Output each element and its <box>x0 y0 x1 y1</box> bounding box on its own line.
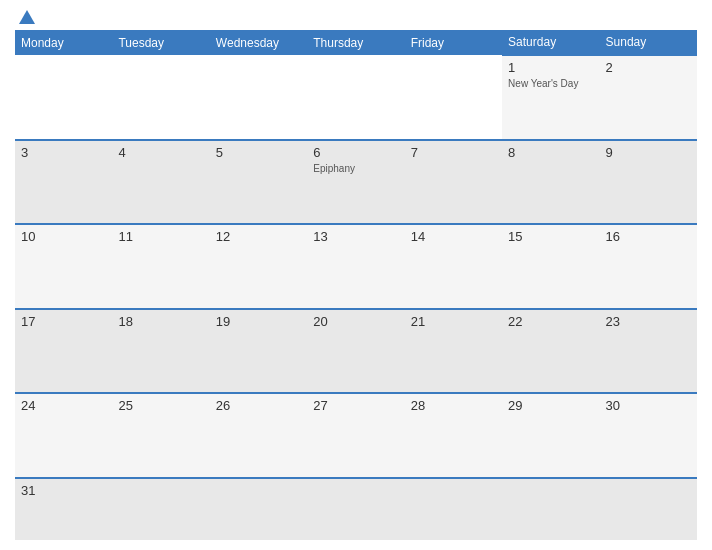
calendar-cell <box>210 478 307 540</box>
logo-triangle-icon <box>19 10 35 24</box>
calendar-cell: 27 <box>307 393 404 478</box>
week-row-5: 24252627282930 <box>15 393 697 478</box>
calendar-cell <box>210 55 307 140</box>
day-number: 17 <box>21 314 106 329</box>
calendar-cell: 5 <box>210 140 307 225</box>
day-number: 30 <box>606 398 691 413</box>
calendar-cell: 14 <box>405 224 502 309</box>
calendar-cell: 26 <box>210 393 307 478</box>
calendar-cell <box>112 55 209 140</box>
day-number: 24 <box>21 398 106 413</box>
calendar-cell <box>502 478 599 540</box>
calendar-cell <box>307 478 404 540</box>
calendar-cell: 15 <box>502 224 599 309</box>
calendar-cell <box>15 55 112 140</box>
week-row-2: 3456Epiphany789 <box>15 140 697 225</box>
day-number: 7 <box>411 145 496 160</box>
calendar-cell: 18 <box>112 309 209 394</box>
day-number: 15 <box>508 229 593 244</box>
calendar-cell: 4 <box>112 140 209 225</box>
calendar-cell: 16 <box>600 224 697 309</box>
calendar-cell: 6Epiphany <box>307 140 404 225</box>
calendar-cell: 1New Year's Day <box>502 55 599 140</box>
calendar-cell <box>600 478 697 540</box>
calendar-cell: 28 <box>405 393 502 478</box>
week-row-1: 1New Year's Day2 <box>15 55 697 140</box>
calendar-cell: 30 <box>600 393 697 478</box>
calendar-cell <box>405 55 502 140</box>
day-number: 22 <box>508 314 593 329</box>
day-number: 14 <box>411 229 496 244</box>
day-number: 1 <box>508 60 593 75</box>
day-number: 23 <box>606 314 691 329</box>
day-number: 29 <box>508 398 593 413</box>
calendar-cell: 19 <box>210 309 307 394</box>
calendar-cell: 12 <box>210 224 307 309</box>
day-number: 3 <box>21 145 106 160</box>
day-headers-row: MondayTuesdayWednesdayThursdayFridaySatu… <box>15 30 697 55</box>
day-number: 4 <box>118 145 203 160</box>
day-number: 13 <box>313 229 398 244</box>
calendar-cell <box>307 55 404 140</box>
calendar-cell: 31 <box>15 478 112 540</box>
calendar-cell: 11 <box>112 224 209 309</box>
calendar-wrapper: MondayTuesdayWednesdayThursdayFridaySatu… <box>0 0 712 550</box>
day-header-sunday: Sunday <box>600 30 697 55</box>
day-number: 9 <box>606 145 691 160</box>
calendar-header <box>15 10 697 24</box>
calendar-cell: 21 <box>405 309 502 394</box>
day-number: 8 <box>508 145 593 160</box>
calendar-cell <box>112 478 209 540</box>
event-label: New Year's Day <box>508 77 593 90</box>
calendar-cell: 7 <box>405 140 502 225</box>
calendar-cell: 2 <box>600 55 697 140</box>
day-number: 21 <box>411 314 496 329</box>
calendar-cell: 3 <box>15 140 112 225</box>
day-number: 11 <box>118 229 203 244</box>
day-number: 31 <box>21 483 106 498</box>
day-header-friday: Friday <box>405 30 502 55</box>
day-number: 20 <box>313 314 398 329</box>
day-header-thursday: Thursday <box>307 30 404 55</box>
day-number: 26 <box>216 398 301 413</box>
calendar-cell: 20 <box>307 309 404 394</box>
day-number: 5 <box>216 145 301 160</box>
calendar-cell: 24 <box>15 393 112 478</box>
calendar-cell: 17 <box>15 309 112 394</box>
day-number: 25 <box>118 398 203 413</box>
day-number: 16 <box>606 229 691 244</box>
calendar-cell: 10 <box>15 224 112 309</box>
calendar-table: MondayTuesdayWednesdayThursdayFridaySatu… <box>15 30 697 540</box>
day-number: 28 <box>411 398 496 413</box>
logo <box>15 10 35 24</box>
day-number: 12 <box>216 229 301 244</box>
calendar-cell <box>405 478 502 540</box>
day-number: 10 <box>21 229 106 244</box>
event-label: Epiphany <box>313 162 398 175</box>
week-row-4: 17181920212223 <box>15 309 697 394</box>
day-header-wednesday: Wednesday <box>210 30 307 55</box>
day-header-saturday: Saturday <box>502 30 599 55</box>
week-row-6: 31 <box>15 478 697 540</box>
calendar-cell: 22 <box>502 309 599 394</box>
day-header-monday: Monday <box>15 30 112 55</box>
day-number: 18 <box>118 314 203 329</box>
calendar-cell: 13 <box>307 224 404 309</box>
day-number: 2 <box>606 60 691 75</box>
calendar-cell: 9 <box>600 140 697 225</box>
day-header-tuesday: Tuesday <box>112 30 209 55</box>
day-number: 19 <box>216 314 301 329</box>
week-row-3: 10111213141516 <box>15 224 697 309</box>
day-number: 6 <box>313 145 398 160</box>
calendar-cell: 23 <box>600 309 697 394</box>
calendar-cell: 25 <box>112 393 209 478</box>
day-number: 27 <box>313 398 398 413</box>
calendar-cell: 8 <box>502 140 599 225</box>
calendar-cell: 29 <box>502 393 599 478</box>
